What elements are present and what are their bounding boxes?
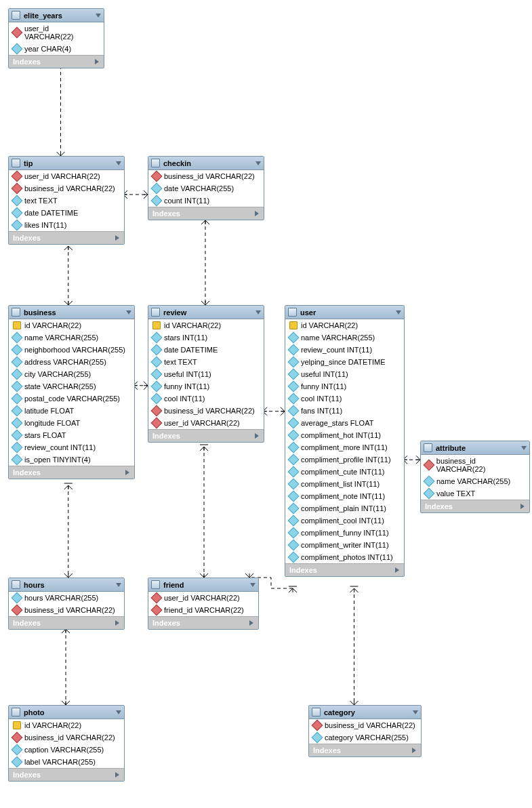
column-row[interactable]: compliment_note INT(11) bbox=[285, 490, 404, 502]
column-row[interactable]: text TEXT bbox=[9, 195, 124, 207]
column-row[interactable]: name VARCHAR(255) bbox=[285, 331, 404, 344]
column-row[interactable]: compliment_hot INT(11) bbox=[285, 429, 404, 441]
column-row[interactable]: review_count INT(11) bbox=[285, 344, 404, 356]
indexes-row[interactable]: Indexes bbox=[9, 55, 104, 68]
column-row[interactable]: friend_id VARCHAR(22) bbox=[148, 604, 258, 616]
column-row[interactable]: value TEXT bbox=[421, 487, 529, 500]
column-row[interactable]: user_id VARCHAR(22) bbox=[148, 417, 264, 429]
table-header[interactable]: attribute bbox=[421, 441, 529, 455]
column-row[interactable]: category VARCHAR(255) bbox=[309, 731, 421, 744]
indexes-row[interactable]: Indexes bbox=[148, 616, 258, 629]
indexes-row[interactable]: Indexes bbox=[148, 207, 264, 220]
indexes-row[interactable]: Indexes bbox=[9, 616, 124, 629]
column-label: review_count INT(11) bbox=[24, 443, 96, 451]
column-row[interactable]: average_stars FLOAT bbox=[285, 417, 404, 429]
column-row[interactable]: business_id VARCHAR(22) bbox=[9, 731, 124, 744]
column-row[interactable]: name VARCHAR(255) bbox=[421, 475, 529, 487]
column-row[interactable]: date VARCHAR(255) bbox=[148, 182, 264, 195]
column-row[interactable]: useful INT(11) bbox=[148, 368, 264, 380]
column-row[interactable]: cool INT(11) bbox=[285, 392, 404, 405]
indexes-row[interactable]: Indexes bbox=[148, 429, 264, 442]
table-header[interactable]: hours bbox=[9, 578, 124, 592]
table-header[interactable]: user bbox=[285, 306, 404, 319]
table-header[interactable]: tip bbox=[9, 157, 124, 170]
column-row[interactable]: likes INT(11) bbox=[9, 219, 124, 231]
column-row[interactable]: compliment_cool INT(11) bbox=[285, 514, 404, 527]
column-row[interactable]: hours VARCHAR(255) bbox=[9, 592, 124, 604]
column-row[interactable]: date DATETIME bbox=[9, 207, 124, 219]
table-attribute[interactable]: attributebusiness_id VARCHAR(22)name VAR… bbox=[420, 441, 530, 513]
table-tip[interactable]: tipuser_id VARCHAR(22)business_id VARCHA… bbox=[8, 156, 125, 245]
column-row[interactable]: city VARCHAR(255) bbox=[9, 368, 134, 380]
column-row[interactable]: review_count INT(11) bbox=[9, 441, 134, 453]
table-header[interactable]: friend bbox=[148, 578, 258, 592]
table-header[interactable]: category bbox=[309, 706, 421, 719]
column-row[interactable]: compliment_photos INT(11) bbox=[285, 551, 404, 563]
column-row[interactable]: compliment_more INT(11) bbox=[285, 441, 404, 453]
indexes-row[interactable]: Indexes bbox=[9, 466, 134, 479]
table-hours[interactable]: hourshours VARCHAR(255)business_id VARCH… bbox=[8, 578, 125, 630]
column-row[interactable]: funny INT(11) bbox=[285, 380, 404, 392]
table-user[interactable]: userid VARCHAR(22)name VARCHAR(255)revie… bbox=[285, 305, 405, 577]
column-row[interactable]: compliment_list INT(11) bbox=[285, 478, 404, 490]
column-row[interactable]: longitude FLOAT bbox=[9, 417, 134, 429]
column-row[interactable]: useful INT(11) bbox=[285, 368, 404, 380]
column-row[interactable]: compliment_plain INT(11) bbox=[285, 502, 404, 514]
column-row[interactable]: business_id VARCHAR(22) bbox=[148, 170, 264, 182]
indexes-row[interactable]: Indexes bbox=[421, 500, 529, 512]
indexes-row[interactable]: Indexes bbox=[9, 768, 124, 781]
indexes-row[interactable]: Indexes bbox=[309, 744, 421, 756]
column-row[interactable]: caption VARCHAR(255) bbox=[9, 744, 124, 756]
table-friend[interactable]: frienduser_id VARCHAR(22)friend_id VARCH… bbox=[148, 578, 259, 630]
column-row[interactable]: date DATETIME bbox=[148, 344, 264, 356]
column-row[interactable]: id VARCHAR(22) bbox=[9, 719, 124, 731]
column-row[interactable]: compliment_writer INT(11) bbox=[285, 539, 404, 551]
column-row[interactable]: name VARCHAR(255) bbox=[9, 331, 134, 344]
column-row[interactable]: compliment_cute INT(11) bbox=[285, 466, 404, 478]
column-row[interactable]: business_id VARCHAR(22) bbox=[9, 182, 124, 195]
column-row[interactable]: postal_code VARCHAR(255) bbox=[9, 392, 134, 405]
column-row[interactable]: user_id VARCHAR(22) bbox=[148, 592, 258, 604]
table-header[interactable]: elite_years bbox=[9, 9, 104, 22]
column-row[interactable]: is_open TINYINT(4) bbox=[9, 453, 134, 466]
table-title: user bbox=[300, 308, 396, 317]
column-row[interactable]: stars FLOAT bbox=[9, 429, 134, 441]
column-row[interactable]: neighborhood VARCHAR(255) bbox=[9, 344, 134, 356]
column-row[interactable]: text TEXT bbox=[148, 356, 264, 368]
table-business[interactable]: businessid VARCHAR(22)name VARCHAR(255)n… bbox=[8, 305, 135, 479]
column-row[interactable]: fans INT(11) bbox=[285, 405, 404, 417]
table-header[interactable]: photo bbox=[9, 706, 124, 719]
table-checkin[interactable]: checkinbusiness_id VARCHAR(22)date VARCH… bbox=[148, 156, 264, 220]
column-row[interactable]: compliment_profile INT(11) bbox=[285, 453, 404, 466]
column-row[interactable]: business_id VARCHAR(22) bbox=[421, 455, 529, 475]
indexes-row[interactable]: Indexes bbox=[9, 231, 124, 244]
column-row[interactable]: state VARCHAR(255) bbox=[9, 380, 134, 392]
table-header[interactable]: checkin bbox=[148, 157, 264, 170]
indexes-row[interactable]: Indexes bbox=[285, 563, 404, 576]
column-row[interactable]: cool INT(11) bbox=[148, 392, 264, 405]
table-category[interactable]: categorybusiness_id VARCHAR(22)category … bbox=[308, 705, 422, 757]
column-row[interactable]: label VARCHAR(255) bbox=[9, 756, 124, 768]
column-row[interactable]: count INT(11) bbox=[148, 195, 264, 207]
table-photo[interactable]: photoid VARCHAR(22)business_id VARCHAR(2… bbox=[8, 705, 125, 782]
column-row[interactable]: business_id VARCHAR(22) bbox=[9, 604, 124, 616]
table-elite_years[interactable]: elite_yearsuser_id VARCHAR(22)year CHAR(… bbox=[8, 8, 104, 68]
column-row[interactable]: latitude FLOAT bbox=[9, 405, 134, 417]
column-row[interactable]: id VARCHAR(22) bbox=[148, 319, 264, 331]
foreign-key-icon bbox=[312, 720, 323, 731]
table-header[interactable]: review bbox=[148, 306, 264, 319]
column-row[interactable]: business_id VARCHAR(22) bbox=[148, 405, 264, 417]
column-row[interactable]: business_id VARCHAR(22) bbox=[309, 719, 421, 731]
column-row[interactable]: stars INT(11) bbox=[148, 331, 264, 344]
column-row[interactable]: id VARCHAR(22) bbox=[9, 319, 134, 331]
column-row[interactable]: address VARCHAR(255) bbox=[9, 356, 134, 368]
table-header[interactable]: business bbox=[9, 306, 134, 319]
column-row[interactable]: funny INT(11) bbox=[148, 380, 264, 392]
table-review[interactable]: reviewid VARCHAR(22)stars INT(11)date DA… bbox=[148, 305, 264, 443]
column-row[interactable]: id VARCHAR(22) bbox=[285, 319, 404, 331]
column-row[interactable]: compliment_funny INT(11) bbox=[285, 527, 404, 539]
column-row[interactable]: year CHAR(4) bbox=[9, 43, 104, 55]
column-row[interactable]: yelping_since DATETIME bbox=[285, 356, 404, 368]
column-row[interactable]: user_id VARCHAR(22) bbox=[9, 22, 104, 43]
column-row[interactable]: user_id VARCHAR(22) bbox=[9, 170, 124, 182]
